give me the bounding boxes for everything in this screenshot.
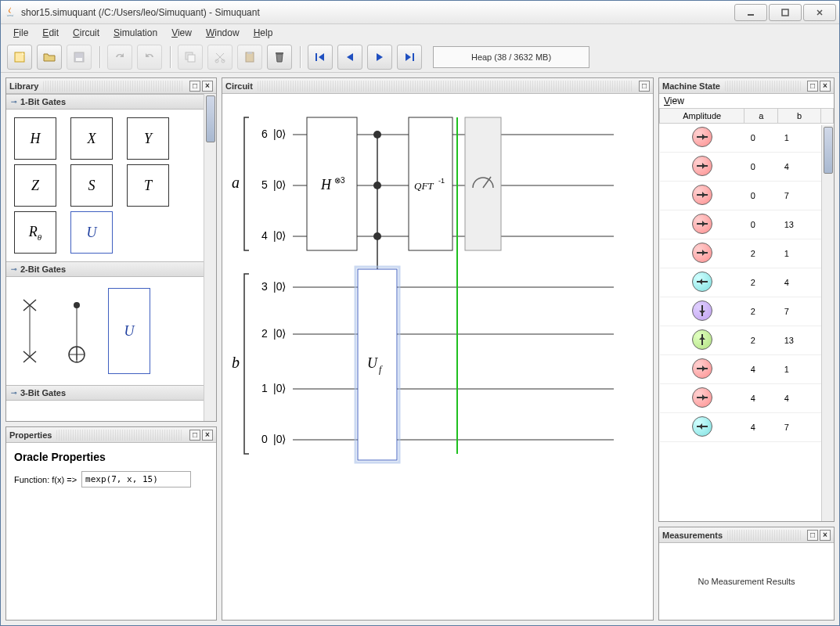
svg-text:0: 0 xyxy=(261,433,268,445)
state-scrollbar[interactable] xyxy=(821,125,834,521)
menu-view[interactable]: View xyxy=(165,26,198,40)
gate-x[interactable]: X xyxy=(70,117,113,160)
state-row[interactable]: 21 xyxy=(660,239,834,268)
menu-circuit[interactable]: Circuit xyxy=(67,26,106,40)
heap-text: Heap (38 / 3632 MB) xyxy=(471,52,551,62)
step-back-button[interactable] xyxy=(337,45,362,70)
paste-button[interactable] xyxy=(237,45,262,70)
save-button[interactable] xyxy=(67,45,92,70)
cell-b: 13 xyxy=(778,210,821,239)
svg-text:⊗3: ⊗3 xyxy=(334,176,345,185)
gate-rtheta[interactable]: Rθ xyxy=(14,211,56,254)
col-a[interactable]: a xyxy=(744,109,778,124)
state-row[interactable]: 44 xyxy=(660,384,834,413)
state-row[interactable]: 27 xyxy=(660,297,834,326)
undo-button[interactable] xyxy=(107,45,132,70)
svg-text:|0⟩: |0⟩ xyxy=(273,229,286,242)
window-title: shor15.simuquant (/C:/Users/leo/Simuquan… xyxy=(21,7,733,18)
maximize-button[interactable] xyxy=(769,4,802,21)
state-row[interactable]: 01 xyxy=(660,124,834,153)
step-last-button[interactable] xyxy=(397,45,422,70)
cell-a: 0 xyxy=(744,153,778,182)
properties-close-icon[interactable]: × xyxy=(202,430,213,441)
cut-button[interactable] xyxy=(207,45,233,70)
state-row[interactable]: 013 xyxy=(660,210,834,239)
svg-point-16 xyxy=(74,302,80,308)
cnot-gate[interactable] xyxy=(61,296,92,366)
svg-rect-41 xyxy=(307,117,357,250)
library-max-icon[interactable]: □ xyxy=(189,81,200,92)
close-button[interactable] xyxy=(803,4,836,21)
controlled-u-gate[interactable]: U xyxy=(108,288,150,374)
state-table: Amplitude a b 010407013212427213414447 xyxy=(659,108,834,442)
state-row[interactable]: 07 xyxy=(660,182,834,210)
measurements-title: Measurements xyxy=(662,531,723,540)
gate-h[interactable]: H xyxy=(14,117,56,160)
step-forward-button[interactable] xyxy=(367,45,392,70)
cell-a: 0 xyxy=(744,124,778,153)
section-3bit[interactable]: ⊸3-Bit Gates xyxy=(6,385,216,401)
col-b[interactable]: b xyxy=(778,109,821,124)
svg-text:|0⟩: |0⟩ xyxy=(273,128,286,140)
cell-b: 7 xyxy=(778,413,821,442)
minimize-button[interactable] xyxy=(734,4,767,21)
amplitude-icon xyxy=(692,300,712,321)
state-row[interactable]: 24 xyxy=(660,268,834,297)
svg-text:6: 6 xyxy=(261,128,268,140)
menu-file[interactable]: File xyxy=(7,26,34,40)
titlebar: shor15.simuquant (/C:/Users/leo/Simuquan… xyxy=(1,1,839,24)
cell-b: 13 xyxy=(778,326,821,355)
step-first-button[interactable] xyxy=(308,45,333,70)
section-2bit[interactable]: ⊸2-Bit Gates xyxy=(6,261,216,277)
circuit-canvas[interactable]: a b 6|0⟩ 5|0⟩ 4|0⟩ 3|0⟩ 2|0⟩ 1|0⟩ 0|0⟩ xyxy=(222,94,653,620)
properties-max-icon[interactable]: □ xyxy=(189,430,200,441)
new-button[interactable] xyxy=(7,45,32,70)
menu-edit[interactable]: Edit xyxy=(36,26,65,40)
cell-a: 2 xyxy=(744,239,778,268)
menu-help[interactable]: Help xyxy=(247,26,279,40)
open-button[interactable] xyxy=(37,45,62,70)
library-close-icon[interactable]: × xyxy=(202,81,213,92)
library-body: ⊸1-Bit Gates H X Y Z S T Rθ U ⊸2-Bit Gat… xyxy=(6,94,216,421)
gate-z[interactable]: Z xyxy=(14,164,56,207)
cell-b: 4 xyxy=(778,384,821,413)
menubar: File Edit Circuit Simulation View Window… xyxy=(1,24,839,41)
machine-state-view-menu[interactable]: View xyxy=(659,94,834,108)
delete-button[interactable] xyxy=(267,45,292,70)
library-panel: Library □ × ⊸1-Bit Gates H X Y Z S T Rθ xyxy=(5,77,217,422)
cell-b: 4 xyxy=(778,268,821,297)
gate-s[interactable]: S xyxy=(70,164,113,207)
state-row[interactable]: 04 xyxy=(660,153,834,182)
amplitude-icon xyxy=(692,243,712,263)
state-row[interactable]: 41 xyxy=(660,355,834,384)
cell-a: 0 xyxy=(744,182,778,210)
amplitude-icon xyxy=(692,156,712,176)
copy-button[interactable] xyxy=(178,45,203,70)
measurements-max-icon[interactable]: □ xyxy=(807,530,818,541)
gate-t[interactable]: T xyxy=(127,164,169,207)
amplitude-icon xyxy=(692,185,712,205)
amplitude-icon xyxy=(692,329,712,350)
cell-b: 7 xyxy=(778,182,821,210)
redo-button[interactable] xyxy=(137,45,162,70)
machine-state-max-icon[interactable]: □ xyxy=(807,81,818,92)
menu-window[interactable]: Window xyxy=(200,26,246,40)
gate-u[interactable]: U xyxy=(70,211,113,254)
svg-rect-12 xyxy=(315,53,317,61)
machine-state-close-icon[interactable]: × xyxy=(820,81,831,92)
circuit-max-icon[interactable]: □ xyxy=(639,81,650,92)
measurements-panel: Measurements □ × No Measurement Results xyxy=(658,527,835,621)
menu-simulation[interactable]: Simulation xyxy=(107,26,164,40)
state-row[interactable]: 213 xyxy=(660,326,834,355)
swap-gate[interactable] xyxy=(14,296,45,366)
col-amplitude[interactable]: Amplitude xyxy=(660,109,744,124)
state-row[interactable]: 47 xyxy=(660,413,834,442)
properties-heading: Oracle Properties xyxy=(14,451,208,463)
section-1bit[interactable]: ⊸1-Bit Gates xyxy=(6,94,216,110)
library-scrollbar[interactable] xyxy=(204,94,216,421)
function-input[interactable] xyxy=(81,471,191,487)
heap-indicator[interactable]: Heap (38 / 3632 MB) xyxy=(433,46,589,68)
measurements-close-icon[interactable]: × xyxy=(820,530,831,541)
machine-state-panel: Machine State □ × View Amplitude a b xyxy=(658,77,835,522)
gate-y[interactable]: Y xyxy=(127,117,169,160)
